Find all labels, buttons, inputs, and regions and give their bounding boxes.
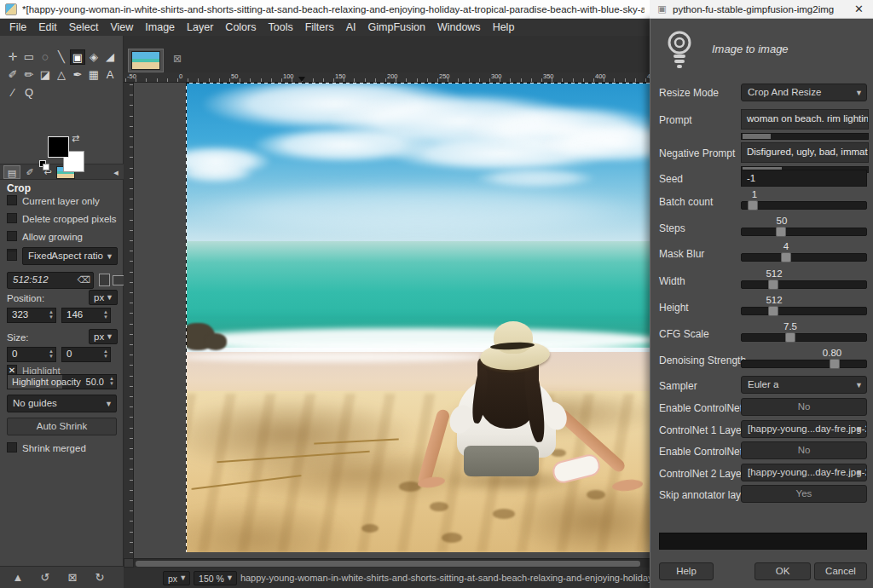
spinner-arrows-icon[interactable]: ▲▼ bbox=[103, 309, 108, 320]
gradient-tool-icon[interactable]: ◢ bbox=[102, 49, 118, 65]
menu-item-view[interactable]: View bbox=[104, 20, 139, 35]
swap-colors-icon[interactable]: ⇄ bbox=[72, 133, 79, 144]
prompt-textbox[interactable]: woman on beach. rim lighting, stu bbox=[741, 109, 869, 130]
slider-thumb[interactable] bbox=[785, 332, 795, 343]
quick-mask-toggle[interactable] bbox=[124, 558, 134, 568]
horizontal-scrollbar[interactable] bbox=[134, 558, 650, 568]
menu-item-ai[interactable]: AI bbox=[340, 20, 362, 35]
default-colors-icon[interactable] bbox=[39, 160, 49, 170]
cn1_layer-dropdown[interactable]: [happy-young...day-fre.jpg-2▼ bbox=[741, 420, 867, 438]
position-y-spinbox[interactable]: 146▲▼ bbox=[61, 308, 111, 323]
portrait-orientation-icon[interactable] bbox=[99, 274, 110, 286]
auto-shrink-button[interactable]: Auto Shrink bbox=[7, 418, 117, 435]
zoom-dropdown[interactable]: 150 %▼ bbox=[194, 571, 237, 585]
mask_blur-slider[interactable] bbox=[741, 253, 867, 262]
enable_cn2-toggle-button[interactable]: No bbox=[741, 441, 867, 459]
spinner-arrows-icon[interactable]: ▲▼ bbox=[49, 349, 54, 359]
height-slider[interactable] bbox=[741, 307, 867, 315]
position-x-spinbox[interactable]: 323▲▼ bbox=[7, 308, 56, 323]
batch_count-slider[interactable] bbox=[741, 201, 867, 210]
zoom-tool-icon[interactable]: Q bbox=[21, 85, 37, 101]
vertical-ruler[interactable] bbox=[124, 83, 134, 558]
eraser-tool-icon[interactable]: ◪ bbox=[38, 67, 53, 83]
help-button[interactable]: Help bbox=[659, 562, 714, 580]
menu-item-edit[interactable]: Edit bbox=[32, 20, 63, 35]
denoising_strength-slider[interactable] bbox=[741, 360, 867, 368]
dock-collapse-button[interactable]: ◂ bbox=[107, 165, 124, 179]
menu-item-select[interactable]: Select bbox=[63, 20, 105, 35]
resize_mode-dropdown[interactable]: Crop And Resize▼ bbox=[741, 84, 867, 101]
size-width-spinbox[interactable]: 0▲▼ bbox=[7, 347, 56, 362]
checkbox-current-layer-only[interactable] bbox=[7, 195, 17, 205]
checkbox-delete-cropped-pixels[interactable] bbox=[7, 213, 17, 223]
shrink-merged-checkbox[interactable] bbox=[7, 442, 17, 453]
enable_cn1-toggle-button[interactable]: No bbox=[741, 398, 867, 416]
slider-thumb[interactable] bbox=[776, 227, 786, 237]
dialog-titlebar[interactable]: ▣ python-fu-stable-gimpfusion-img2img ✕ bbox=[650, 0, 873, 19]
pencil-tool-icon[interactable]: ✏ bbox=[21, 67, 37, 83]
menu-item-gimpfusion[interactable]: GimpFusion bbox=[362, 20, 431, 35]
steps-slider[interactable] bbox=[741, 228, 867, 236]
tab-tool-options[interactable]: ▤ bbox=[3, 165, 20, 179]
rectangle-select-tool-icon[interactable]: ▭ bbox=[21, 49, 37, 65]
paths-tool-icon[interactable]: ╲ bbox=[54, 49, 69, 65]
slider-thumb[interactable] bbox=[768, 306, 778, 316]
unit-dropdown[interactable]: px▼ bbox=[163, 571, 190, 585]
text-tool-icon[interactable]: A bbox=[102, 67, 118, 83]
ok-button[interactable]: OK bbox=[754, 562, 811, 580]
image-tab[interactable] bbox=[128, 49, 164, 72]
menu-item-file[interactable]: File bbox=[3, 20, 32, 35]
tab-device-status[interactable]: ✐ bbox=[21, 165, 38, 179]
menu-item-colors[interactable]: Colors bbox=[219, 20, 262, 35]
foreground-color-swatch[interactable] bbox=[48, 136, 69, 158]
checkbox-allow-growing[interactable] bbox=[7, 231, 17, 241]
airbrush-tool-icon[interactable]: △ bbox=[54, 67, 69, 83]
menu-item-tools[interactable]: Tools bbox=[262, 20, 298, 35]
clone-tool-icon[interactable]: ▦ bbox=[86, 67, 101, 83]
transform-tool-icon[interactable]: ◈ bbox=[86, 49, 101, 65]
menu-item-layer[interactable]: Layer bbox=[181, 20, 219, 35]
menu-item-help[interactable]: Help bbox=[487, 20, 521, 35]
spinner-arrows-icon[interactable]: ▲▼ bbox=[109, 376, 114, 386]
slider-thumb[interactable] bbox=[830, 359, 840, 369]
ink-tool-icon[interactable]: ✒ bbox=[70, 67, 85, 83]
free-select-tool-icon[interactable]: ◌ bbox=[38, 49, 53, 65]
size-unit-dropdown[interactable]: px▼ bbox=[89, 329, 118, 344]
scrollbar-thumb[interactable] bbox=[743, 134, 771, 139]
cancel-button[interactable]: Cancel bbox=[814, 562, 867, 580]
move-tool-icon[interactable]: ✛ bbox=[5, 49, 20, 65]
spinner-arrows-icon[interactable]: ▲▼ bbox=[103, 349, 108, 359]
width-slider[interactable] bbox=[741, 280, 867, 289]
menu-item-windows[interactable]: Windows bbox=[431, 20, 487, 35]
negative_prompt-textbox[interactable]: Disfigured, ugly, bad, immature, ca bbox=[741, 142, 869, 163]
scrollbar-thumb[interactable] bbox=[136, 561, 640, 567]
slider-thumb[interactable] bbox=[781, 252, 791, 262]
skip_annotator-toggle-button[interactable]: Yes bbox=[741, 485, 867, 503]
slider-thumb[interactable] bbox=[768, 280, 778, 290]
seed-input[interactable]: -1 bbox=[741, 170, 867, 187]
delete-preset-icon[interactable]: ⊠ bbox=[65, 570, 80, 585]
reset-preset-icon[interactable]: ↻ bbox=[92, 570, 107, 585]
cn2_layer-dropdown[interactable]: [happy-young...day-fre.jpg-2▼ bbox=[741, 464, 867, 481]
restore-preset-icon[interactable]: ↺ bbox=[38, 570, 53, 585]
cfg_scale-slider[interactable] bbox=[741, 333, 867, 342]
measure-tool-icon[interactable]: ∕ bbox=[5, 85, 20, 101]
menu-item-filters[interactable]: Filters bbox=[299, 20, 340, 35]
save-preset-icon[interactable]: ▲ bbox=[10, 570, 26, 585]
fixed-dropdown[interactable]: Fixed Aspect ratio ▼ bbox=[22, 247, 118, 265]
highlight-opacity-slider[interactable]: Highlight opacity 50.0 ▲▼ bbox=[7, 374, 117, 389]
paintbrush-tool-icon[interactable]: ✐ bbox=[5, 67, 20, 83]
sampler-dropdown[interactable]: Euler a▼ bbox=[741, 376, 867, 394]
spinner-arrows-icon[interactable]: ▲▼ bbox=[49, 309, 54, 320]
image-canvas[interactable] bbox=[186, 83, 650, 552]
size-height-spinbox[interactable]: 0▲▼ bbox=[61, 347, 111, 362]
close-icon[interactable]: ✕ bbox=[852, 3, 866, 15]
fixed-checkbox[interactable] bbox=[7, 251, 17, 261]
aspect-ratio-input[interactable]: 512:512 ⌫ bbox=[7, 272, 94, 289]
menu-item-image[interactable]: Image bbox=[139, 20, 181, 35]
slider-thumb[interactable] bbox=[748, 200, 758, 210]
guides-dropdown[interactable]: No guides▼ bbox=[7, 395, 117, 412]
prompt-scrollbar[interactable] bbox=[741, 133, 869, 140]
window-titlebar[interactable]: *[happy-young-woman-in-white-shirts-and-… bbox=[0, 0, 650, 19]
position-unit-dropdown[interactable]: px▼ bbox=[89, 290, 118, 305]
